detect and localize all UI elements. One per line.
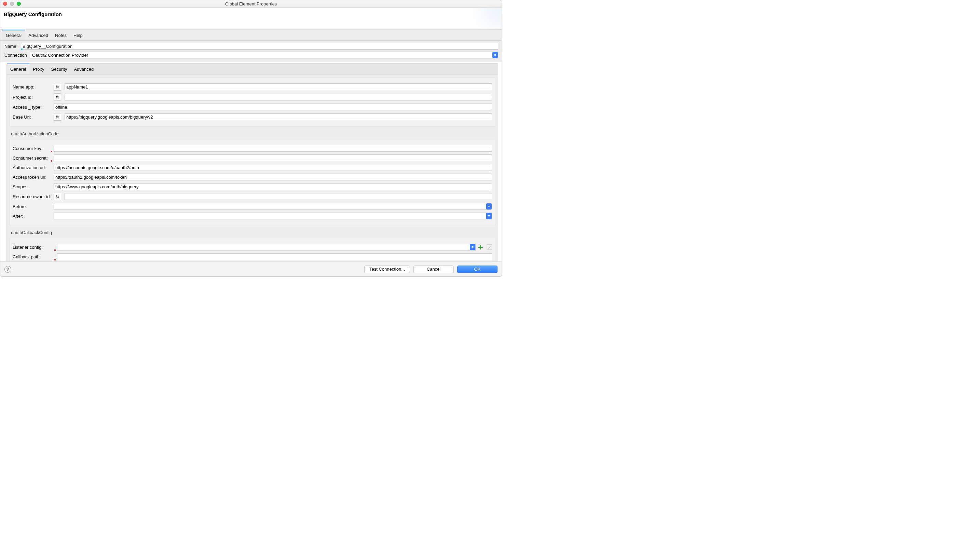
name-app-input[interactable] bbox=[65, 83, 492, 90]
base-uri-input[interactable] bbox=[65, 113, 492, 120]
fx-button[interactable]: fx bbox=[54, 193, 61, 200]
tab-advanced[interactable]: Advanced bbox=[25, 30, 52, 40]
page-header: BigQuery Configuration bbox=[0, 8, 502, 30]
required-marker-icon bbox=[54, 249, 56, 251]
required-marker-icon bbox=[51, 160, 52, 162]
access-token-url-input[interactable] bbox=[54, 173, 492, 180]
content: General Proxy Security Advanced Name app… bbox=[0, 62, 502, 277]
project-id-label: Project Id: bbox=[13, 95, 54, 100]
connection-select[interactable]: Oauth2 Connection Provider bbox=[30, 52, 498, 59]
plus-icon[interactable] bbox=[478, 244, 483, 250]
test-connection-button[interactable]: Test Connection... bbox=[364, 265, 410, 273]
page-title: BigQuery Configuration bbox=[4, 11, 498, 17]
sub-tab-general[interactable]: General bbox=[7, 64, 29, 74]
titlebar: Global Element Properties bbox=[0, 0, 502, 8]
sub-tab-advanced[interactable]: Advanced bbox=[70, 64, 97, 74]
required-marker-icon bbox=[51, 150, 52, 153]
listener-config-label: Listener config: bbox=[13, 245, 57, 250]
general-group: Name app: fx Project Id: fx Access _ typ… bbox=[10, 77, 495, 126]
tab-notes[interactable]: Notes bbox=[52, 30, 70, 40]
updown-arrow-icon[interactable] bbox=[470, 244, 475, 250]
ok-button[interactable]: OK bbox=[457, 265, 498, 273]
listener-config-select[interactable] bbox=[57, 244, 476, 251]
dialog-window: Global Element Properties BigQuery Confi… bbox=[0, 0, 502, 277]
dialog-footer: ? Test Connection... Cancel OK bbox=[0, 261, 502, 277]
required-marker-icon bbox=[54, 259, 56, 261]
project-id-input[interactable] bbox=[65, 94, 492, 100]
oauth-auth-section-label: oauthAuthorizationCode bbox=[11, 131, 498, 136]
name-label: Name: bbox=[5, 44, 21, 49]
before-input[interactable] bbox=[54, 203, 492, 210]
sub-tab-proxy[interactable]: Proxy bbox=[29, 64, 48, 74]
cancel-button[interactable]: Cancel bbox=[414, 265, 454, 273]
consumer-key-input[interactable] bbox=[54, 145, 492, 152]
consumer-secret-label: Consumer secret: bbox=[13, 156, 54, 161]
close-icon[interactable] bbox=[3, 2, 7, 6]
access-type-label: Access _ type: bbox=[13, 105, 54, 110]
header-decoration bbox=[461, 8, 502, 30]
tab-help[interactable]: Help bbox=[70, 30, 86, 40]
help-icon[interactable]: ? bbox=[5, 266, 11, 273]
updown-arrow-icon[interactable] bbox=[492, 52, 498, 58]
after-input[interactable] bbox=[54, 213, 492, 219]
oauth-auth-group: Consumer key: Consumer secret: Authoriza… bbox=[10, 139, 495, 225]
tab-general[interactable]: General bbox=[2, 30, 25, 40]
connection-label: Connection bbox=[5, 52, 30, 58]
top-form: Name: Connection Oauth2 Connection Provi… bbox=[0, 41, 502, 62]
window-title: Global Element Properties bbox=[225, 2, 277, 6]
name-app-label: Name app: bbox=[13, 84, 54, 89]
scopes-label: Scopes: bbox=[13, 184, 54, 189]
consumer-secret-input[interactable] bbox=[54, 154, 492, 161]
name-input[interactable] bbox=[21, 43, 498, 49]
oauth-callback-section-label: oauthCallbackConfig bbox=[11, 230, 498, 235]
before-label: Before: bbox=[13, 204, 54, 209]
callback-path-input[interactable] bbox=[57, 253, 492, 260]
resource-owner-id-input[interactable] bbox=[65, 193, 492, 200]
access-type-input[interactable] bbox=[54, 103, 492, 110]
fx-button[interactable]: fx bbox=[54, 113, 61, 121]
main-tabs: General Advanced Notes Help bbox=[0, 30, 502, 41]
after-label: After: bbox=[13, 214, 54, 219]
info-marker-icon bbox=[21, 48, 23, 50]
maximize-icon[interactable] bbox=[17, 2, 21, 6]
scopes-input[interactable] bbox=[54, 183, 492, 190]
sub-tab-security[interactable]: Security bbox=[48, 64, 70, 74]
consumer-key-label: Consumer key: bbox=[13, 146, 54, 151]
authorization-url-label: Authorization url: bbox=[13, 165, 54, 170]
fx-button[interactable]: fx bbox=[54, 83, 61, 91]
connection-config-panel: General Proxy Security Advanced Name app… bbox=[6, 63, 498, 277]
edit-icon bbox=[487, 244, 492, 250]
sub-tabs: General Proxy Security Advanced bbox=[7, 64, 498, 75]
access-token-url-label: Access token url: bbox=[13, 175, 54, 180]
base-uri-label: Base Uri: bbox=[13, 114, 54, 119]
authorization-url-input[interactable] bbox=[54, 164, 492, 171]
minimize-icon bbox=[10, 2, 14, 6]
callback-path-label: Callback path: bbox=[13, 254, 57, 259]
fx-button[interactable]: fx bbox=[54, 93, 61, 101]
window-controls bbox=[3, 2, 21, 6]
dropdown-arrow-icon[interactable] bbox=[486, 213, 492, 219]
resource-owner-id-label: Resource owner id: bbox=[13, 194, 54, 199]
dropdown-arrow-icon[interactable] bbox=[486, 203, 492, 210]
